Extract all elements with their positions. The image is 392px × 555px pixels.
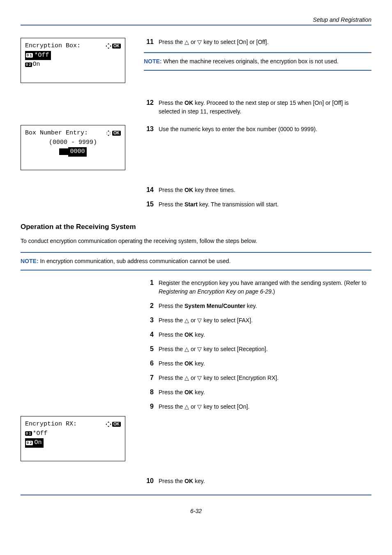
- step-5: 5 Press the △ or ▽ key to select [Recept…: [144, 345, 371, 354]
- nav-arrows-icon: [106, 43, 111, 49]
- step-8: 8 Press the OK key.: [144, 388, 371, 397]
- up-triangle-icon: △: [184, 375, 189, 381]
- step-10: 10 Press the OK key.: [144, 477, 371, 486]
- intro-text: To conduct encryption communication oper…: [21, 237, 371, 245]
- step-6: 6 Press the OK key.: [144, 359, 371, 368]
- numeric-nav-icon: [106, 130, 111, 136]
- up-triangle-icon: △: [184, 317, 189, 324]
- lcd-title: Encryption Box:: [25, 42, 106, 51]
- step-2: 2 Press the System Menu/Counter key.: [144, 302, 371, 310]
- header-rule: [21, 25, 371, 25]
- up-triangle-icon: △: [184, 346, 189, 352]
- lcd-range: (0000 - 9999): [25, 138, 121, 148]
- lcd-option-selected: 0 2On: [25, 438, 44, 448]
- down-triangle-icon: ▽: [197, 39, 202, 45]
- page-footer: 6-32: [21, 495, 371, 514]
- down-triangle-icon: ▽: [197, 375, 202, 381]
- step-11: 11 Press the △ or ▽ key to select [On] o…: [144, 38, 371, 46]
- page-header: Setup and Registration: [21, 16, 371, 25]
- down-triangle-icon: ▽: [197, 317, 202, 324]
- step-15: 15 Press the Start key. The transmission…: [144, 200, 371, 209]
- up-triangle-icon: △: [184, 39, 189, 45]
- up-triangle-icon: △: [184, 403, 189, 410]
- note-label: NOTE:: [21, 258, 40, 264]
- svg-point-3: [110, 134, 111, 134]
- down-triangle-icon: ▽: [197, 346, 202, 352]
- breadcrumb: Setup and Registration: [21, 16, 371, 23]
- footer-rule: [21, 495, 371, 495]
- step-12: 12 Press the OK key. Proceed to the next…: [144, 99, 371, 116]
- ok-icon: OK: [112, 44, 121, 49]
- lcd-encryption-box: Encryption Box: OK 0 1*Off 0 2On: [21, 38, 125, 83]
- svg-point-0: [106, 132, 107, 133]
- svg-point-2: [110, 132, 111, 133]
- ok-icon: OK: [112, 422, 121, 427]
- step-4: 4 Press the OK key.: [144, 331, 371, 339]
- section-heading: Operation at the Receiving System: [21, 223, 371, 231]
- note-block: NOTE: In encryption communication, sub a…: [21, 252, 371, 271]
- nav-arrows-icon: [106, 421, 111, 427]
- note-block: NOTE: When the machine receives original…: [144, 52, 371, 71]
- step-7: 7 Press the △ or ▽ key to select [Encryp…: [144, 374, 371, 382]
- lcd-box-number-entry: Box Number Entry: OK (0000 - 9999) 0000: [21, 125, 125, 170]
- lcd-input-value: 0000: [25, 147, 121, 157]
- lcd-title: Encryption RX:: [25, 420, 106, 429]
- page-number: 6-32: [21, 508, 371, 514]
- lcd-title: Box Number Entry:: [25, 129, 106, 138]
- lcd-option-selected: 0 1*Off: [25, 51, 51, 60]
- svg-point-1: [106, 134, 107, 134]
- down-triangle-icon: ▽: [197, 403, 202, 410]
- step-14: 14 Press the OK key three times.: [144, 186, 371, 194]
- ok-icon: OK: [112, 131, 121, 136]
- step-1: 1 Register the encryption key you have a…: [144, 279, 371, 296]
- lcd-encryption-rx: Encryption RX: OK 0 1*Off 0 2On: [21, 416, 125, 461]
- lcd-option: 0 1*Off: [25, 429, 121, 439]
- note-label: NOTE:: [144, 58, 163, 65]
- lcd-option: 0 2On: [25, 60, 121, 69]
- step-9: 9 Press the △ or ▽ key to select [On].: [144, 402, 371, 411]
- step-13: 13 Use the numeric keys to enter the box…: [144, 125, 371, 134]
- step-3: 3 Press the △ or ▽ key to select [FAX].: [144, 316, 371, 325]
